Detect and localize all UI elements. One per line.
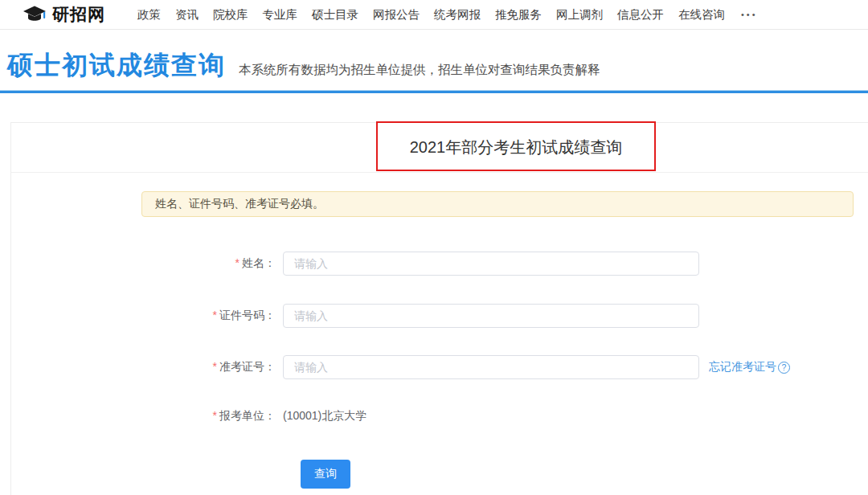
admission-ticket-input[interactable] — [283, 355, 699, 379]
nav-item-college-library[interactable]: 院校库 — [213, 7, 248, 22]
question-circle-icon[interactable]: ? — [778, 362, 790, 374]
name-label-text: 姓名： — [242, 256, 276, 269]
form-row-target-university: *报考单位： (10001)北京大学 — [11, 404, 366, 428]
id-number-label-text: 证件号码： — [219, 309, 276, 321]
nav-item-online-adjustment[interactable]: 网上调剂 — [556, 7, 603, 22]
required-mark: * — [235, 256, 240, 269]
form-row-name: *姓名： — [11, 252, 699, 276]
nav-item-news[interactable]: 资讯 — [175, 7, 199, 22]
page-heading: 硕士初试成绩查询 本系统所有数据均为招生单位提供，招生单位对查询结果负责解释 — [7, 29, 868, 90]
required-mark: * — [213, 360, 217, 373]
required-fields-notice: 姓名、证件号码、准考证号必填。 — [141, 191, 854, 217]
panel-title: 2021年部分考生初试成绩查询 — [11, 123, 868, 173]
nav-item-unified-exam-report[interactable]: 统考网报 — [434, 7, 481, 22]
form-row-id-number: *证件号码： — [11, 304, 699, 328]
nav-item-info-disclosure[interactable]: 信息公开 — [617, 7, 664, 22]
query-panel: 2021年部分考生初试成绩查询 姓名、证件号码、准考证号必填。 *姓名： *证件… — [10, 122, 868, 495]
name-input[interactable] — [283, 252, 699, 276]
form-row-admission-ticket: *准考证号： 忘记准考证号 ? — [11, 355, 790, 379]
target-university-value: (10001)北京大学 — [283, 409, 366, 423]
nav-more-dots-icon[interactable]: ••• — [741, 10, 758, 19]
query-button[interactable]: 查询 — [301, 460, 350, 489]
nav-item-masters-catalog[interactable]: 硕士目录 — [312, 7, 358, 22]
forgot-ticket-link-text: 忘记准考证号 — [709, 360, 776, 374]
site-logo[interactable]: 研招网 — [23, 3, 105, 26]
site-logo-text: 研招网 — [52, 3, 105, 26]
nav-item-policy[interactable]: 政策 — [137, 7, 161, 22]
required-mark: * — [213, 309, 217, 321]
id-number-label: *证件号码： — [11, 309, 276, 323]
admission-ticket-label-text: 准考证号： — [219, 360, 276, 373]
blue-divider — [0, 90, 868, 93]
page-title: 硕士初试成绩查询 — [7, 48, 226, 84]
nav-item-major-library[interactable]: 专业库 — [263, 7, 298, 22]
required-mark: * — [213, 409, 217, 422]
name-label: *姓名： — [11, 256, 276, 271]
target-university-label: *报考单位： — [11, 409, 276, 423]
nav-item-report-notice[interactable]: 网报公告 — [373, 7, 420, 22]
page-subtitle: 本系统所有数据均为招生单位提供，招生单位对查询结果负责解释 — [239, 62, 600, 79]
nav-item-exemption-service[interactable]: 推免服务 — [495, 7, 542, 22]
page: 研招网 政策 资讯 院校库 专业库 硕士目录 网报公告 统考网报 推免服务 网上… — [0, 0, 868, 495]
graduation-cap-icon — [23, 5, 47, 24]
nav-links: 政策 资讯 院校库 专业库 硕士目录 网报公告 统考网报 推免服务 网上调剂 信… — [123, 7, 725, 22]
admission-ticket-label: *准考证号： — [11, 360, 276, 374]
nav-item-online-consult[interactable]: 在线咨询 — [678, 7, 725, 22]
id-number-input[interactable] — [283, 304, 699, 328]
target-university-label-text: 报考单位： — [219, 409, 276, 422]
top-navbar: 研招网 政策 资讯 院校库 专业库 硕士目录 网报公告 统考网报 推免服务 网上… — [0, 0, 868, 30]
forgot-ticket-link[interactable]: 忘记准考证号 ? — [709, 360, 790, 374]
